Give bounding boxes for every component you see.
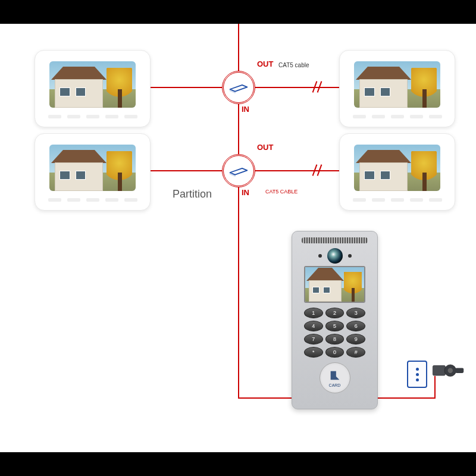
keypad: 1 2 3 4 5 6 7 8 9 * 0 # — [304, 308, 365, 358]
key-1[interactable]: 1 — [304, 308, 323, 318]
label-cat5: CAT5 cable — [278, 62, 309, 68]
camera-lens-icon — [327, 248, 343, 264]
label-in: IN — [242, 188, 249, 197]
label-cat5: CAT5 CABLE — [265, 189, 298, 195]
door-station-display — [304, 266, 365, 303]
electric-lock-icon — [432, 359, 465, 381]
card-label: CARD — [329, 383, 341, 387]
key-8[interactable]: 8 — [325, 334, 345, 345]
key-7[interactable]: 7 — [304, 334, 323, 345]
distributor-icon — [222, 154, 255, 187]
black-bar-bottom — [0, 452, 476, 476]
key-0[interactable]: 0 — [325, 347, 345, 358]
speaker-grille-icon — [302, 237, 368, 243]
door-station: 1 2 3 4 5 6 7 8 9 * 0 # CARD — [292, 231, 378, 409]
key-9[interactable]: 9 — [346, 334, 365, 345]
black-bar-top — [0, 0, 476, 24]
label-in: IN — [242, 105, 249, 114]
indoor-monitor — [339, 50, 455, 127]
key-3[interactable]: 3 — [346, 308, 365, 318]
label-partition: Partition — [173, 188, 212, 201]
cable-break-icon — [314, 81, 327, 94]
indoor-monitor — [35, 50, 151, 127]
svg-rect-3 — [455, 368, 464, 373]
indoor-monitor — [35, 133, 151, 211]
svg-rect-0 — [433, 365, 445, 375]
key-2[interactable]: 2 — [325, 308, 345, 318]
svg-point-2 — [448, 368, 453, 373]
indoor-monitor — [339, 133, 455, 211]
exit-button-icon — [407, 361, 427, 388]
cable-break-icon — [314, 164, 327, 177]
distributor-icon — [222, 71, 255, 104]
key-star[interactable]: * — [304, 347, 323, 358]
key-hash[interactable]: # — [346, 347, 365, 358]
wire-row1-right — [254, 87, 346, 88]
key-4[interactable]: 4 — [304, 321, 323, 331]
key-6[interactable]: 6 — [346, 321, 365, 331]
label-out: OUT — [257, 143, 273, 152]
card-reader-icon: CARD — [320, 362, 350, 393]
key-5[interactable]: 5 — [325, 321, 345, 331]
label-out: OUT — [257, 60, 273, 68]
wire-row2-right — [254, 170, 346, 171]
